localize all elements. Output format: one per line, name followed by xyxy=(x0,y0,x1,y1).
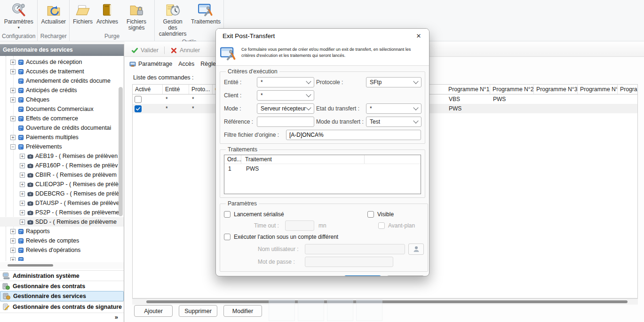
tree-item-releves-de-comptes[interactable]: +Relevés de comptes xyxy=(0,236,124,245)
tree-expander-icon[interactable]: + xyxy=(20,210,25,215)
tree-item-anticipes-de-credits[interactable]: +Anticipés de crédits xyxy=(0,86,124,95)
scrollbar-thumb[interactable] xyxy=(146,300,628,303)
column-header[interactable]: Activé xyxy=(133,85,163,94)
tree-item-cheques[interactable]: +Chèques xyxy=(0,95,124,104)
tree-item-releves-d-operations[interactable]: +Relevés d'opérations xyxy=(0,245,124,255)
serialized-launch-checkbox[interactable] xyxy=(224,211,231,218)
transfer-mode-select[interactable]: Test xyxy=(366,117,421,127)
column-header[interactable]: Programme N°1 xyxy=(446,85,490,94)
tree-item-aeb19-remises-de-preleven[interactable]: +AEB19 - ( Remises de prélèven xyxy=(0,151,124,161)
tab-label: Paramétrage xyxy=(138,61,172,67)
tree-vertical-scrollbar[interactable] xyxy=(119,87,123,216)
tree-expander-icon[interactable]: + xyxy=(20,191,25,196)
exit-icon xyxy=(27,172,33,178)
tree-expander-icon[interactable]: + xyxy=(10,69,16,74)
tree-item-sdd-remises-de-preleveme[interactable]: +SDD - ( Remises de prélèveme xyxy=(0,217,124,227)
tree-item-amendement-de-credits-docume[interactable]: Amendement de crédits docume xyxy=(0,76,124,86)
run-as-checkbox[interactable] xyxy=(224,234,231,240)
column-header[interactable]: Proto... xyxy=(189,85,213,94)
ribbon-button-parametres[interactable]: Paramètres▼ xyxy=(3,1,35,30)
column-header[interactable]: Programme N°4 xyxy=(578,85,618,94)
tree-expander-icon[interactable]: + xyxy=(20,154,25,159)
nav-overflow-chevron[interactable]: » xyxy=(0,313,124,322)
dialog-cancel-button[interactable]: Annuler xyxy=(387,275,424,276)
tree-item-cbiir-remises-de-prelevem[interactable]: +CBIIR - ( Remises de prélèvem xyxy=(0,170,124,180)
nav-item-label: Gestionnaire des services xyxy=(13,293,86,299)
ribbon-button-traitements[interactable]: Traitements xyxy=(190,1,222,26)
reference-input[interactable] xyxy=(257,117,314,127)
file-filter-input[interactable] xyxy=(286,130,421,140)
tree-expander-icon[interactable]: + xyxy=(10,97,16,102)
ribbon-button-fichiers[interactable]: Fichiers xyxy=(72,1,94,26)
commands-list-label: Liste des commandes : xyxy=(133,74,194,81)
row-checkbox[interactable] xyxy=(135,96,142,103)
tree-item-accuses-de-traitement[interactable]: +Accusés de traitement xyxy=(0,67,124,76)
tree-item-ouverture-de-credits-documen[interactable]: Ouverture de crédits documentai xyxy=(0,123,124,133)
tree-expander-icon[interactable]: + xyxy=(10,116,16,121)
column-header[interactable]: Entité xyxy=(163,85,189,94)
tree-item-label: Prélèvements xyxy=(26,143,62,150)
validate-button[interactable]: Valider xyxy=(131,47,159,54)
tree-expander-icon[interactable]: − xyxy=(10,144,16,149)
treatments-row[interactable]: 1 PWS xyxy=(224,164,421,173)
ribbon-button-actualiser[interactable]: Actualiser xyxy=(40,1,67,26)
mode-select[interactable]: Serveur récepteur xyxy=(257,103,314,114)
tree-horizontal-scrollbar[interactable] xyxy=(0,262,124,269)
tree-expander-icon[interactable]: + xyxy=(20,163,25,168)
row-checkbox[interactable] xyxy=(135,105,142,112)
treatments-list[interactable]: Ord... Traitement 1 PWS xyxy=(224,155,421,194)
tree-item[interactable]: + xyxy=(0,255,124,261)
tab-icon xyxy=(129,61,136,67)
tree-expander-icon[interactable]: + xyxy=(20,220,25,225)
transfer-state-select[interactable]: * xyxy=(366,103,421,114)
tree-item-ddebcrg-remises-de-prele[interactable]: +DDEBCRG - ( Remises de prélè xyxy=(0,189,124,198)
entity-select[interactable]: * xyxy=(257,77,314,87)
tab-parametrage[interactable]: Paramétrage xyxy=(129,61,172,67)
table-horizontal-scrollbar[interactable] xyxy=(132,298,638,305)
tree-item-prelevements[interactable]: −Prélèvements xyxy=(0,142,124,151)
visible-checkbox[interactable] xyxy=(367,211,374,218)
tree-item-afb160p-remises-de-prelev[interactable]: +AFB160P - ( Remises de prélèv xyxy=(0,161,124,170)
tree-item-accuses-de-reception[interactable]: +Accusés de réception xyxy=(0,57,124,67)
tab-acces[interactable]: Accès xyxy=(178,61,194,67)
tree-item-effets-de-commerce[interactable]: +Effets de commerce xyxy=(0,114,124,123)
column-header[interactable]: Programme N°3 xyxy=(534,85,578,94)
nav-item-gestionnaire-des-contrats-de-signature[interactable]: Gestionnaire des contrats de signature xyxy=(0,301,124,312)
tree-item-dtausp-remises-de-preleve[interactable]: +DTAUSP - ( Remises de prélève xyxy=(0,198,124,208)
tree-item-ps2p-remises-de-preleveme[interactable]: +PS2P - ( Remises de prélèveme xyxy=(0,208,124,217)
table-cell: * xyxy=(163,105,189,112)
tree-expander-icon[interactable]: + xyxy=(10,229,16,234)
tree-expander-icon[interactable]: + xyxy=(10,60,16,65)
tree-expander-icon[interactable]: + xyxy=(20,201,25,206)
close-button[interactable]: ✕ xyxy=(408,29,429,43)
nav-item-gestionnaire-des-services[interactable]: Gestionnaire des services xyxy=(0,291,124,301)
tree-expander-icon[interactable]: + xyxy=(20,182,25,187)
tree-item-paiements-multiples[interactable]: +Paiements multiples xyxy=(0,133,124,142)
tree-expander-icon[interactable]: + xyxy=(10,248,16,253)
tree-expander-icon[interactable]: + xyxy=(10,135,16,140)
tree-item-rapports[interactable]: +Rapports xyxy=(0,227,124,236)
dialog-titlebar[interactable]: Exit Post-Transfert ✕ xyxy=(216,29,429,43)
tree-expander-icon[interactable]: + xyxy=(20,173,25,178)
supprimer-button[interactable]: Supprimer xyxy=(179,305,217,317)
nav-item-gestionnaire-des-contrats[interactable]: Gestionnaire des contrats xyxy=(0,281,124,291)
tree-expander-icon[interactable]: + xyxy=(10,238,16,243)
protocol-select[interactable]: SFtp xyxy=(366,77,421,87)
tree-expander-icon[interactable]: + xyxy=(10,88,16,93)
ribbon-button-gestion-des-calendriers[interactable]: Gestion des calendriers xyxy=(157,1,189,38)
ribbon-button-fichiers-signes[interactable]: Fichiers signés xyxy=(120,1,152,32)
tree-item-documents-commerciaux[interactable]: Documents Commerciaux xyxy=(0,104,124,114)
nav-item-administration-systeme[interactable]: Administration système xyxy=(0,270,124,281)
modifier-button[interactable]: Modifier xyxy=(223,305,262,317)
column-header[interactable]: Progra xyxy=(618,85,638,94)
ok-button[interactable]: OK xyxy=(344,275,382,276)
tree-item-clieop3p-remises-de-prele[interactable]: +CLIEOP3P - ( Remises de prélè xyxy=(0,180,124,189)
client-select[interactable]: * xyxy=(257,90,314,101)
scrollbar-thumb[interactable] xyxy=(8,264,53,267)
cancel-edit-button[interactable]: Annuler xyxy=(170,47,200,54)
column-header[interactable]: Programme N°2 xyxy=(490,85,534,94)
ribbon-button-archives[interactable]: Archives xyxy=(95,1,119,26)
ajouter-button[interactable]: Ajouter xyxy=(134,305,173,317)
tree-expander-icon[interactable]: + xyxy=(10,257,16,261)
browse-user-button[interactable] xyxy=(408,243,424,255)
